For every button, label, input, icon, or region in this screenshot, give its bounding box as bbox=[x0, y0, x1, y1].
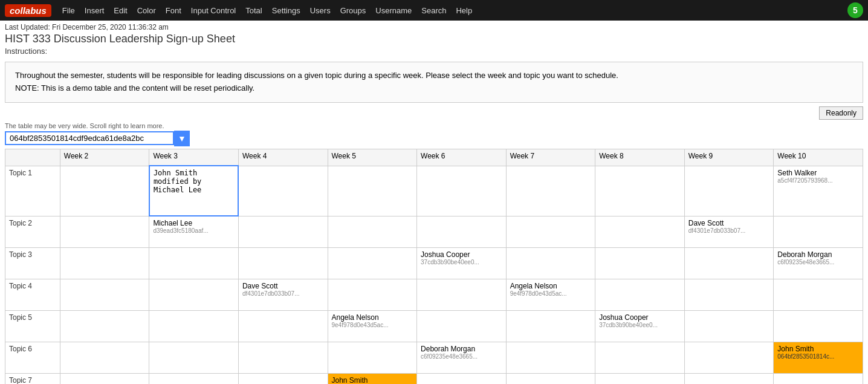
editing-textarea[interactable] bbox=[154, 169, 235, 211]
schedule-cell[interactable] bbox=[417, 166, 507, 216]
readonly-button[interactable]: Readonly bbox=[819, 106, 863, 120]
schedule-cell[interactable] bbox=[328, 247, 417, 279]
schedule-cell[interactable] bbox=[328, 342, 417, 373]
menu-font[interactable]: Font bbox=[161, 2, 186, 19]
menu-settings[interactable]: Settings bbox=[267, 2, 305, 19]
menu-total[interactable]: Total bbox=[241, 2, 267, 19]
schedule-cell[interactable] bbox=[417, 310, 507, 342]
schedule-cell[interactable] bbox=[149, 279, 239, 310]
schedule-cell[interactable] bbox=[417, 279, 507, 310]
schedule-cell[interactable] bbox=[684, 247, 774, 279]
schedule-cell[interactable] bbox=[417, 216, 507, 247]
table-row: Topic 1Seth Walkera5cf4f7205793968... bbox=[5, 166, 863, 216]
schedule-cell[interactable] bbox=[238, 216, 328, 247]
schedule-cell[interactable] bbox=[774, 216, 863, 247]
schedule-cell[interactable] bbox=[149, 166, 239, 216]
schedule-cell[interactable] bbox=[506, 216, 595, 247]
col-header-week2: Week 2 bbox=[60, 149, 149, 166]
schedule-cell[interactable] bbox=[238, 342, 328, 373]
cell-person-name: Angela Nelson bbox=[332, 313, 413, 322]
cell-person-name: Deborah Morgan bbox=[777, 250, 859, 259]
schedule-cell[interactable] bbox=[684, 310, 774, 342]
schedule-cell[interactable] bbox=[595, 373, 685, 384]
schedule-cell[interactable] bbox=[506, 247, 595, 279]
schedule-cell[interactable] bbox=[595, 216, 685, 247]
table-row: Topic 4Dave Scottdf4301e7db033b07...Ange… bbox=[5, 279, 863, 310]
menu-search[interactable]: Search bbox=[416, 2, 451, 19]
schedule-cell[interactable] bbox=[149, 373, 239, 384]
schedule-cell[interactable] bbox=[238, 166, 328, 216]
schedule-cell[interactable] bbox=[238, 373, 328, 384]
schedule-cell[interactable] bbox=[328, 166, 417, 216]
col-header-week10: Week 10 bbox=[774, 149, 863, 166]
schedule-cell[interactable] bbox=[684, 342, 774, 373]
topic-label: Topic 4 bbox=[5, 279, 60, 310]
schedule-cell[interactable] bbox=[506, 166, 595, 216]
topic-label: Topic 1 bbox=[5, 166, 60, 216]
schedule-cell[interactable] bbox=[774, 310, 863, 342]
menu-groups[interactable]: Groups bbox=[335, 2, 371, 19]
schedule-cell[interactable] bbox=[60, 216, 149, 247]
schedule-cell[interactable] bbox=[595, 247, 685, 279]
cell-person-name: Michael Lee bbox=[153, 219, 235, 227]
cell-person-name: Dave Scott bbox=[242, 282, 324, 290]
schedule-cell[interactable]: John Smith064bf2853501814c... bbox=[774, 342, 863, 373]
user-select-dropdown-button[interactable]: ▼ bbox=[174, 131, 190, 146]
schedule-cell[interactable] bbox=[60, 342, 149, 373]
schedule-cell[interactable] bbox=[328, 279, 417, 310]
schedule-cell[interactable] bbox=[238, 310, 328, 342]
schedule-cell[interactable] bbox=[506, 310, 595, 342]
cell-person-name: Joshua Cooper bbox=[421, 250, 502, 259]
logo[interactable]: collabus bbox=[5, 4, 51, 17]
schedule-cell[interactable] bbox=[595, 342, 685, 373]
schedule-cell[interactable]: Joshua Cooper37cdb3b90be40ee0... bbox=[417, 247, 507, 279]
schedule-cell[interactable] bbox=[238, 247, 328, 279]
menu-input-control[interactable]: Input Control bbox=[186, 2, 241, 19]
schedule-cell[interactable]: Deborah Morganc6f09235e48e3665... bbox=[774, 247, 863, 279]
schedule-cell[interactable] bbox=[774, 373, 863, 384]
schedule-cell[interactable]: Angela Nelson9e4f978d0e43d5ac... bbox=[506, 279, 595, 310]
topic-label: Topic 6 bbox=[5, 342, 60, 373]
schedule-cell[interactable] bbox=[684, 279, 774, 310]
notification-badge: 5 bbox=[847, 2, 863, 18]
schedule-cell[interactable] bbox=[328, 216, 417, 247]
schedule-cell[interactable]: Joshua Cooper37cdb3b90be40ee0... bbox=[595, 310, 685, 342]
schedule-cell[interactable]: Dave Scottdf4301e7db033b07... bbox=[238, 279, 328, 310]
schedule-cell[interactable]: John Smith064bf2853501814c... bbox=[328, 373, 417, 384]
menu-insert[interactable]: Insert bbox=[80, 2, 109, 19]
schedule-cell[interactable]: Dave Scottdf4301e7db033b07... bbox=[684, 216, 774, 247]
schedule-cell[interactable] bbox=[149, 342, 239, 373]
cell-person-id: c6f09235e48e3665... bbox=[777, 259, 859, 265]
schedule-cell[interactable] bbox=[60, 373, 149, 384]
schedule-cell[interactable]: Deborah Morganc6f09235e48e3665... bbox=[417, 342, 507, 373]
schedule-cell[interactable]: Angela Nelson9e4f978d0e43d5ac... bbox=[328, 310, 417, 342]
schedule-cell[interactable]: Michael Leed39ead3fc5180aaf... bbox=[149, 216, 239, 247]
scroll-note: The table may be very wide. Scroll right… bbox=[5, 122, 863, 129]
schedule-cell[interactable] bbox=[60, 279, 149, 310]
menu-help[interactable]: Help bbox=[451, 2, 477, 19]
user-select-input[interactable] bbox=[5, 131, 174, 145]
cell-person-id: a5cf4f7205793968... bbox=[777, 177, 859, 184]
menu-username[interactable]: Username bbox=[371, 2, 416, 19]
instructions-line1: Throughout the semester, students will b… bbox=[15, 70, 853, 82]
menu-color[interactable]: Color bbox=[132, 2, 161, 19]
schedule-cell[interactable] bbox=[684, 166, 774, 216]
menu-edit[interactable]: Edit bbox=[109, 2, 132, 19]
readonly-row: Readonly bbox=[5, 106, 863, 120]
schedule-cell[interactable] bbox=[774, 279, 863, 310]
schedule-cell[interactable] bbox=[417, 373, 507, 384]
schedule-cell[interactable] bbox=[60, 166, 149, 216]
cell-person-id: 37cdb3b90be40ee0... bbox=[599, 322, 681, 328]
menu-users[interactable]: Users bbox=[305, 2, 335, 19]
schedule-cell[interactable]: Seth Walkera5cf4f7205793968... bbox=[774, 166, 863, 216]
schedule-cell[interactable] bbox=[60, 310, 149, 342]
schedule-cell[interactable] bbox=[506, 373, 595, 384]
menu-file[interactable]: File bbox=[57, 2, 80, 19]
schedule-cell[interactable] bbox=[595, 279, 685, 310]
schedule-cell[interactable] bbox=[506, 342, 595, 373]
schedule-cell[interactable] bbox=[684, 373, 774, 384]
schedule-cell[interactable] bbox=[149, 310, 239, 342]
schedule-cell[interactable] bbox=[149, 247, 239, 279]
schedule-cell[interactable] bbox=[595, 166, 685, 216]
schedule-cell[interactable] bbox=[60, 247, 149, 279]
